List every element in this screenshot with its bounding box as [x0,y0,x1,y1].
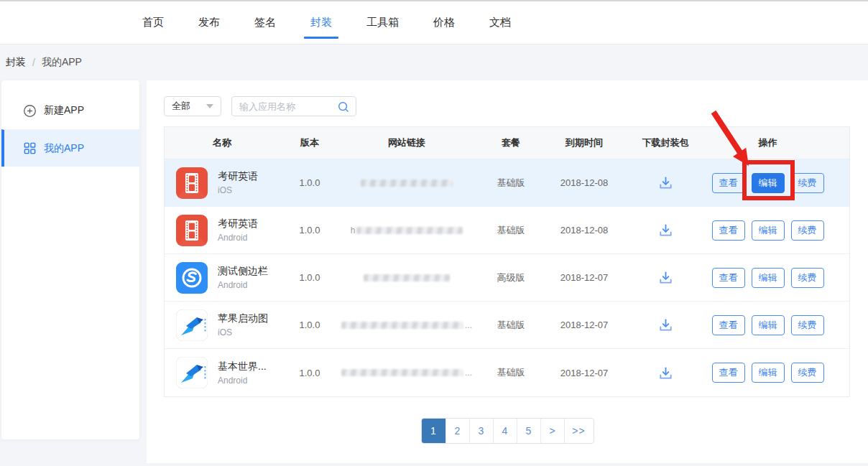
table-row: 测试侧边栏 Android 1.0.0 高级版 2018-12-07 查看 编辑 [165,254,849,302]
search-box [231,96,356,116]
nav-item-price[interactable]: 价格 [433,16,455,29]
url-hint: ... [465,368,472,378]
app-expiry: 2018-12-08 [548,177,620,188]
plus-circle-icon [23,104,37,118]
nav-item-package-active[interactable]: 封装 [310,16,332,29]
app-platform: iOS [218,327,268,337]
s-circle-icon [176,262,208,294]
nav-item-sign[interactable]: 签名 [254,16,276,29]
category-filter-dropdown[interactable]: 全部 [164,96,221,116]
redacted-url-blur [364,274,450,281]
col-header-plan: 套餐 [474,136,548,149]
page-button-2[interactable]: 2 [445,419,469,443]
col-header-actions: 操作 [711,136,849,149]
view-button[interactable]: 查看 [712,315,745,335]
app-plan: 基础版 [474,224,548,237]
next-page-button[interactable]: > [540,419,564,443]
pagination-group: 1 2 3 4 5 > >> [421,418,594,444]
col-header-name: 名称 [165,136,280,149]
renew-button[interactable]: 续费 [791,363,824,383]
page-button-4[interactable]: 4 [493,419,517,443]
page-button-5[interactable]: 5 [517,419,540,443]
app-name: 测试侧边栏 [218,265,268,278]
paper-bird-icon [176,357,208,388]
sidebar: 新建APP 我的APP [1,80,139,439]
main-panel: 全部 名称 版本 网站链接 套餐 到期时间 下载封装包 操作 [147,80,868,463]
breadcrumb-separator: / [32,57,35,68]
redacted-url-blur [341,322,463,329]
app-plan: 基础版 [474,319,548,332]
edit-button[interactable]: 编辑 [752,173,785,193]
app-expiry: 2018-12-07 [548,368,620,378]
app-version: 1.0.0 [280,225,340,236]
app-url-redacted: ... [340,320,474,330]
search-input[interactable] [232,97,333,116]
app-table: 名称 版本 网站链接 套餐 到期时间 下载封装包 操作 [164,126,850,397]
edit-button[interactable]: 编辑 [752,315,785,335]
app-expiry: 2018-12-08 [548,225,620,236]
page-button-3[interactable]: 3 [469,419,493,443]
edit-button[interactable]: 编辑 [752,268,785,288]
view-button[interactable]: 查看 [712,220,745,241]
app-platform: iOS [218,185,258,195]
main-nav: 首页 发布 签名 封装 工具箱 价格 文档 [0,1,868,44]
nav-item-publish[interactable]: 发布 [198,16,220,29]
app-name: 基本世界... [218,360,267,373]
category-filter-value: 全部 [172,100,190,113]
app-name: 苹果启动图 [218,312,268,325]
renew-button[interactable]: 续费 [791,173,824,193]
nav-item-toolbox[interactable]: 工具箱 [366,16,399,29]
sidebar-item-label: 新建APP [44,104,84,117]
edit-button[interactable]: 编辑 [752,220,785,241]
app-version: 1.0.0 [280,272,340,283]
app-plan: 高级版 [474,271,548,284]
download-icon[interactable] [657,269,674,286]
app-expiry: 2018-12-07 [548,320,620,330]
page-button-1[interactable]: 1 [422,419,445,443]
col-header-expiry: 到期时间 [548,136,620,149]
app-platform: Android [218,233,258,243]
download-icon[interactable] [657,174,674,191]
redacted-url-blur [356,227,463,234]
table-header-row: 名称 版本 网站链接 套餐 到期时间 下载封装包 操作 [165,127,849,159]
view-button[interactable]: 查看 [712,268,745,288]
download-icon[interactable] [657,317,674,333]
url-hint: ... [465,320,472,330]
film-icon [176,167,208,199]
table-row: 基本世界... Android 1.0.0 ... 基础版 2018-12-07… [165,349,849,396]
nav-item-home[interactable]: 首页 [142,16,164,29]
col-header-version: 版本 [280,136,340,149]
breadcrumb-section[interactable]: 封装 [6,56,26,69]
col-header-download: 下载封装包 [620,136,711,149]
app-url-redacted: h [340,225,474,236]
edit-button[interactable]: 编辑 [752,363,785,383]
nav-item-docs[interactable]: 文档 [489,16,511,29]
redacted-url-blur [361,180,453,187]
download-icon[interactable] [657,365,674,381]
app-url-redacted [340,274,474,281]
sidebar-item-new-app[interactable]: 新建APP [1,92,139,129]
paper-bird-icon [176,309,208,341]
renew-button[interactable]: 续费 [791,220,824,241]
renew-button[interactable]: 续费 [791,315,824,335]
view-button[interactable]: 查看 [712,363,745,383]
last-page-button[interactable]: >> [564,419,594,443]
film-icon [176,215,208,246]
download-icon[interactable] [657,222,674,238]
app-url-redacted: ... [340,368,474,378]
app-expiry: 2018-12-07 [548,272,620,283]
app-platform: Android [218,280,268,290]
app-version: 1.0.0 [280,177,340,188]
sidebar-item-my-app[interactable]: 我的APP [1,129,139,167]
search-icon[interactable] [337,101,350,116]
url-hint: h [351,225,356,236]
table-row: 苹果启动图 iOS 1.0.0 ... 基础版 2018-12-07 查看 [165,302,849,349]
app-plan: 基础版 [474,366,548,379]
table-row: 考研英语 iOS 1.0.0 基础版 2018-12-08 查看 编辑 [165,159,849,207]
renew-button[interactable]: 续费 [791,268,824,288]
app-plan: 基础版 [474,177,548,190]
app-url-redacted [340,180,474,187]
sidebar-item-label: 我的APP [44,142,84,155]
view-button[interactable]: 查看 [712,173,745,193]
app-platform: Android [218,376,267,386]
